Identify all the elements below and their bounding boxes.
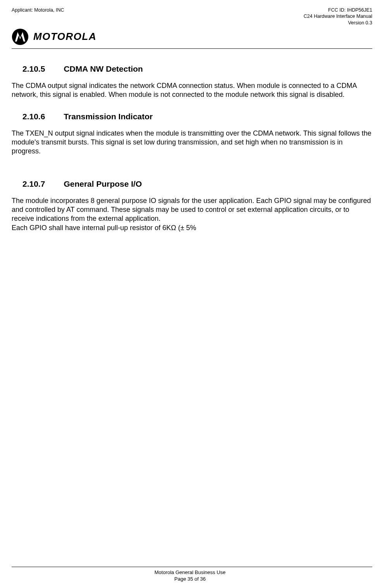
section-heading: 2.10.5 CDMA NW Detection (22, 64, 372, 74)
header-right: FCC ID: IHDP56JE1 C24 Hardware Interface… (304, 7, 372, 26)
svg-point-0 (12, 29, 28, 45)
section-number: 2.10.5 (22, 64, 45, 74)
page-footer: Motorola General Business Use Page 35 of… (0, 567, 380, 583)
logo-text: MOTOROLA (33, 31, 96, 43)
footer-line-1: Motorola General Business Use (0, 569, 380, 576)
page: Applicant: Motorola, INC FCC ID: IHDP56J… (0, 0, 380, 588)
section-number: 2.10.6 (22, 112, 45, 121)
fcc-id: FCC ID: IHDP56JE1 (304, 7, 372, 13)
section-body: The CDMA output signal indicates the net… (12, 81, 372, 100)
applicant-text: Applicant: Motorola, INC (12, 7, 64, 13)
section-title: Transmission Indicator (64, 112, 153, 121)
section-title: CDMA NW Detection (64, 64, 143, 74)
section-title: General Purpose I/O (64, 179, 142, 189)
version: Version 0.3 (304, 20, 372, 26)
section-body: The TXEN_N output signal indicates when … (12, 129, 372, 156)
logo-block: MOTOROLA (12, 28, 372, 45)
motorola-logo-icon (12, 28, 29, 45)
page-header: Applicant: Motorola, INC FCC ID: IHDP56J… (12, 7, 372, 26)
section-number: 2.10.7 (22, 179, 45, 189)
section-body: The module incorporates 8 general purpos… (12, 196, 372, 233)
header-divider (12, 48, 372, 49)
section-heading: 2.10.7 General Purpose I/O (22, 179, 372, 189)
manual-title: C24 Hardware Interface Manual (304, 13, 372, 19)
footer-divider (12, 567, 372, 567)
footer-line-2: Page 35 of 36 (0, 576, 380, 583)
section-heading: 2.10.6 Transmission Indicator (22, 112, 372, 121)
